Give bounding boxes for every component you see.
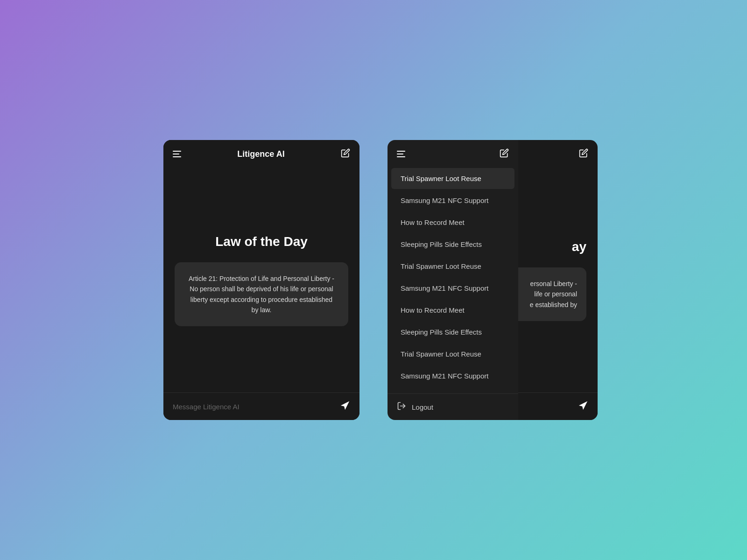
bg-edit-icon[interactable] <box>579 148 588 160</box>
drawer-menu-icon[interactable] <box>397 151 405 157</box>
drawer-item-6[interactable]: How to Record Meet <box>391 300 514 321</box>
message-placeholder[interactable]: Message Litigence AI <box>173 403 240 411</box>
logout-button[interactable]: Logout <box>388 393 518 420</box>
drawer-item-2[interactable]: How to Record Meet <box>391 212 514 233</box>
drawer-item-0[interactable]: Trial Spawner Loot Reuse <box>391 168 514 189</box>
law-text: Article 21: Protection of Life and Perso… <box>188 273 335 315</box>
drawer-item-8[interactable]: Trial Spawner Loot Reuse <box>391 343 514 364</box>
drawer-item-7[interactable]: Sleeping Pills Side Effects <box>391 322 514 343</box>
drawer-item-1[interactable]: Samsung M21 NFC Support <box>391 190 514 211</box>
app-title: Litigence AI <box>237 149 284 159</box>
drawer-item-10[interactable]: How to Record Meet <box>391 387 514 393</box>
bg-send-button[interactable] <box>578 400 588 413</box>
drawer-header <box>388 140 518 168</box>
drawer-item-4[interactable]: Trial Spawner Loot Reuse <box>391 256 514 277</box>
right-drawer: Trial Spawner Loot Reuse Samsung M21 NFC… <box>388 140 518 420</box>
law-of-day-title: Law of the Day <box>215 234 308 249</box>
drawer-item-3[interactable]: Sleeping Pills Side Effects <box>391 234 514 255</box>
drawer-edit-icon[interactable] <box>500 148 509 160</box>
left-screen: Litigence AI Law of the Day Article 21: … <box>163 140 359 420</box>
left-footer: Message Litigence AI <box>163 392 359 420</box>
drawer-list: Trial Spawner Loot Reuse Samsung M21 NFC… <box>388 168 518 393</box>
left-header: Litigence AI <box>163 140 359 168</box>
drawer-item-9[interactable]: Samsung M21 NFC Support <box>391 365 514 386</box>
send-button[interactable] <box>340 400 350 413</box>
drawer-item-5[interactable]: Samsung M21 NFC Support <box>391 278 514 299</box>
screens-container: Litigence AI Law of the Day Article 21: … <box>163 140 584 420</box>
law-card: Article 21: Protection of Life and Perso… <box>175 262 348 327</box>
edit-icon[interactable] <box>341 148 350 160</box>
right-side: ay ersonal Liberty - life or personal e … <box>388 140 584 420</box>
menu-icon[interactable] <box>173 151 181 157</box>
left-body: Law of the Day Article 21: Protection of… <box>163 168 359 392</box>
logout-label: Logout <box>412 403 433 411</box>
logout-icon <box>397 401 406 413</box>
